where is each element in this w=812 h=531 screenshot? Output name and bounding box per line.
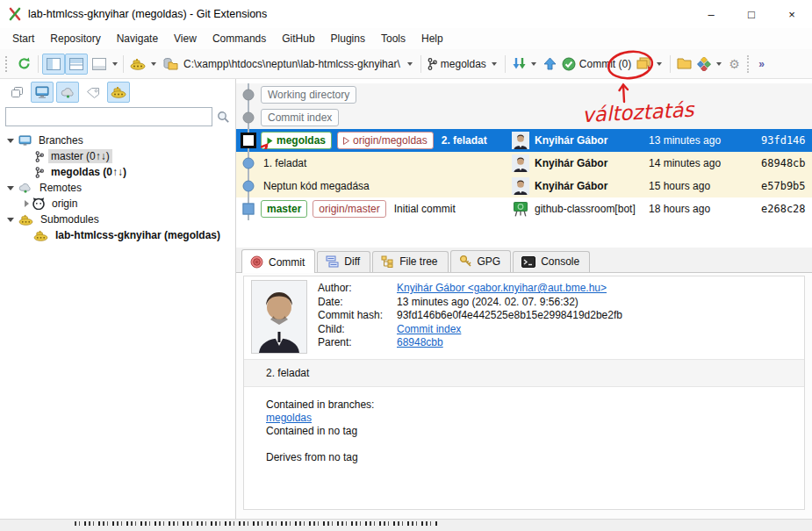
layout-bottom-button[interactable] (88, 54, 111, 75)
menu-start[interactable]: Start (4, 28, 42, 49)
tree-node-master[interactable]: master (0↑↓) (0, 148, 235, 164)
containment-info: Contained in branches: megoldas Containe… (244, 387, 804, 476)
push-button[interactable] (541, 54, 559, 73)
badge-label: origin/megoldas (353, 134, 428, 147)
github-icon (32, 197, 45, 210)
settings-button[interactable]: ⚙ (726, 54, 743, 74)
layout-dropdown-caret[interactable] (112, 62, 118, 66)
remote-branch-badge[interactable]: origin/master (313, 200, 385, 218)
submodule-button[interactable] (127, 55, 161, 73)
repository-caret[interactable] (407, 62, 413, 66)
tree-label[interactable]: master (0↑↓) (48, 149, 112, 163)
toolbar-overflow-chevron[interactable]: » (758, 58, 765, 70)
working-directory-row[interactable]: Working directory (236, 83, 812, 106)
stash-button[interactable] (634, 54, 666, 73)
pull-caret[interactable] (531, 62, 536, 66)
commit-row-selected[interactable]: megoldas lokális origin/megoldas (236, 129, 812, 152)
tree-node-megoldas[interactable]: megoldas (0↑↓) (0, 164, 235, 180)
show-branches-button[interactable] (31, 82, 54, 103)
commit-message: 1. feladat (263, 157, 306, 169)
push-icon (543, 57, 557, 70)
cloud-icon (61, 87, 75, 98)
commit-author: Knyihár Gábor (535, 180, 649, 192)
file-explorer-button[interactable] (674, 55, 694, 72)
commit-row[interactable]: 1. feladat Knyihár Gábor 14 minutes ago … (236, 152, 812, 175)
collapse-all-button[interactable] (5, 82, 28, 103)
show-tags-button[interactable] (82, 82, 104, 103)
search-icon[interactable] (217, 111, 230, 124)
tab-console[interactable]: Console (513, 251, 590, 272)
tab-file-tree[interactable]: File tree (372, 251, 448, 272)
layout-split-button[interactable] (65, 54, 88, 75)
branch-selector[interactable]: megoldas (425, 55, 501, 73)
commit-tab-icon (250, 255, 263, 269)
tree-label[interactable]: megoldas (0↑↓) (48, 165, 129, 179)
menu-commands[interactable]: Commands (205, 28, 274, 49)
menu-help[interactable]: Help (413, 28, 451, 49)
menu-github[interactable]: GitHub (274, 28, 322, 49)
badge-label: origin/master (319, 203, 379, 215)
stash-caret[interactable] (657, 62, 662, 66)
submodule-caret[interactable] (151, 62, 156, 66)
current-branch-label: megoldas (441, 58, 486, 70)
cloud-icon (18, 183, 32, 193)
commit-hash: e57b9b5 (761, 180, 812, 192)
commit-row[interactable]: master origin/master Initial commit (236, 197, 812, 220)
menu-view[interactable]: View (166, 28, 205, 49)
commit-button[interactable]: Commit (0) változtatás (559, 54, 634, 74)
date-label: Date: (318, 296, 393, 310)
chevron-down-icon[interactable] (7, 218, 14, 222)
tree-label[interactable]: Remotes (37, 181, 84, 195)
parent-link[interactable]: 68948cbb (397, 336, 622, 350)
tree-label[interactable]: origin (49, 197, 80, 211)
repository-path: C:\xampp\htdocs\neptun\lab-htmlcss-gknyi… (183, 58, 400, 70)
child-link[interactable]: Commit index (397, 323, 622, 337)
chevron-down-icon[interactable] (7, 186, 14, 190)
bot-avatar-icon (512, 200, 529, 218)
diamonds-icon (697, 57, 711, 71)
tab-diff[interactable]: Diff (317, 251, 370, 272)
show-remotes-button[interactable] (56, 82, 79, 103)
menu-navigate[interactable]: Navigate (109, 28, 166, 49)
minimize-button[interactable]: – (691, 0, 731, 28)
show-submodules-button[interactable] (107, 82, 130, 103)
branch-caret[interactable] (492, 62, 497, 66)
commit-row[interactable]: Neptun kód megadása Knyihár Gábor 15 hou… (236, 175, 812, 197)
tree-node-branches[interactable]: Branches (0, 133, 235, 148)
tree-node-submodule-repo[interactable]: lab-htmlcss-gknyihar (megoldas) (0, 227, 235, 243)
menu-tools[interactable]: Tools (373, 28, 413, 49)
pull-button[interactable] (509, 54, 541, 74)
commit-date: 14 minutes ago (649, 157, 761, 169)
badge-label: master (267, 203, 301, 215)
tree-node-origin[interactable]: origin (0, 196, 235, 212)
plugins-caret[interactable] (716, 62, 722, 66)
repository-selector[interactable]: C:\xampp\htdocs\neptun\lab-htmlcss-gknyi… (161, 54, 417, 73)
search-input[interactable] (5, 107, 212, 126)
author-avatar-icon (512, 154, 529, 172)
chevron-down-icon[interactable] (7, 139, 14, 143)
commit-author: Knyihár Gábor (535, 134, 649, 147)
close-button[interactable]: × (772, 0, 812, 28)
menu-repository[interactable]: Repository (42, 28, 108, 49)
remote-branch-badge[interactable]: origin/megoldas távoli (337, 132, 434, 149)
chevron-right-icon[interactable] (25, 200, 29, 207)
branch-icon (35, 167, 44, 178)
tab-commit[interactable]: Commit (241, 249, 315, 273)
tree-label[interactable]: Branches (36, 133, 86, 147)
author-link[interactable]: Knyihár Gábor <gabor.knyihar@aut.bme.hu> (397, 282, 622, 296)
plugins-quick-button[interactable] (694, 54, 726, 74)
tree-label[interactable]: lab-htmlcss-gknyihar (megoldas) (53, 228, 223, 242)
tree-node-remotes[interactable]: Remotes (0, 180, 235, 196)
tree-label[interactable]: Submodules (38, 212, 102, 226)
maximize-button[interactable]: □ (731, 0, 772, 28)
local-branch-badge[interactable]: master (261, 200, 307, 218)
menu-plugins[interactable]: Plugins (323, 28, 373, 49)
contained-branch-link[interactable]: megoldas (266, 412, 312, 424)
tab-gpg[interactable]: GPG (450, 250, 512, 272)
layout-left-panel-button[interactable] (42, 54, 65, 75)
tree-node-submodules[interactable]: Submodules (0, 212, 235, 227)
local-branch-badge[interactable]: megoldas lokális (261, 132, 332, 149)
graph-node-icon (243, 204, 255, 215)
refresh-button[interactable] (14, 54, 34, 74)
commit-index-row[interactable]: Commit index (236, 106, 812, 129)
